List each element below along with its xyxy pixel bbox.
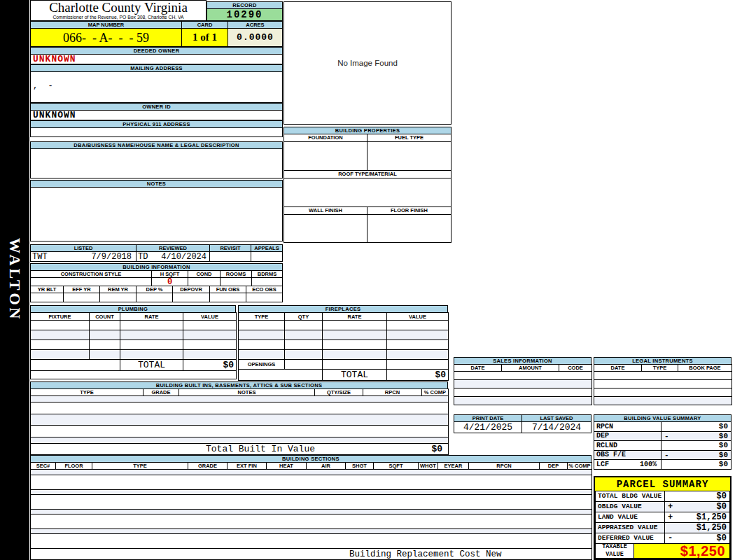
empty-cell (285, 340, 323, 350)
parcel-row: APPRAISED VALUE $1,250 (595, 523, 730, 533)
parcel-value-cell: $0 (665, 491, 730, 502)
bvs-value-cell: - $0 (662, 432, 732, 441)
listed-by: TWT (32, 253, 48, 261)
fireplaces-col-rate: RATE (323, 313, 387, 321)
bvs-row: RPCN $0 (594, 422, 732, 432)
reviewed-label: REVIEWED (136, 244, 210, 252)
empty-cell (285, 350, 323, 360)
foundation-value (284, 142, 368, 171)
fireplaces-col-qty: QTY (285, 313, 323, 321)
bvs-value-cell: $0 (662, 441, 732, 451)
sections-col-type: TYPE (92, 463, 188, 470)
parcel-value: $0 (717, 534, 727, 542)
parcel-operator: + (668, 503, 673, 511)
reviewed-cell: TD 4/10/2024 (136, 252, 210, 262)
empty-row (31, 529, 592, 534)
funobs-value (210, 293, 246, 302)
empty-cell (323, 350, 387, 360)
fireplaces-total-label: TOTAL (323, 370, 387, 381)
parcel-value: $1,250 (696, 524, 727, 532)
roof-label: ROOF TYPE/MATERIAL (284, 171, 451, 178)
print-date-value: 4/21/2025 (454, 422, 522, 433)
depovr-value (173, 293, 210, 302)
mailing-address-value: , - (30, 72, 283, 103)
empty-cell (120, 340, 183, 350)
last-saved-value: 7/14/2024 (522, 422, 592, 433)
owner-id-value: UNKNOWN (30, 111, 283, 120)
building-properties-title: BUILDING PROPERTIES (284, 127, 451, 134)
review-header-row: LISTED REVIEWED REVISIT APPEALS (30, 244, 283, 252)
roof-value (284, 178, 451, 207)
sales-information-section: SALES INFORMATION DATE AMOUNT CODE (454, 357, 592, 405)
acres-label: ACRES (228, 21, 283, 29)
no-image-text: No Image Found (337, 59, 398, 67)
building-information-title: BUILDING INFORMATION (30, 263, 283, 271)
empty-cell (120, 350, 183, 360)
bvs-lcf-pct: 100% (640, 461, 657, 468)
building-info-values2 (30, 293, 283, 302)
sections-col-rpcn: RPCN (469, 463, 540, 470)
construction-style-value (30, 278, 152, 286)
empty-cell (323, 330, 387, 340)
parcel-row: LAND VALUE + $1,250 (595, 512, 730, 523)
empty-row (454, 388, 592, 397)
remyr-value (100, 293, 136, 302)
built-ins-col-comp: % COMP (422, 389, 449, 396)
legal-instruments-section: LEGAL INSTRUMENTS DATE TYPE BOOK PAGE (594, 357, 732, 405)
walton-watermark: WALTON (6, 238, 24, 321)
revisit-cell (210, 252, 251, 262)
rooms-label: ROOMS (220, 271, 252, 278)
fireplaces-col-value: VALUE (387, 313, 449, 321)
empty-cell (323, 321, 387, 330)
hsqft-value: 0 (152, 278, 188, 286)
parcel-label: DEFERRED VALUE (595, 533, 665, 544)
revisit-label: REVISIT (210, 244, 251, 252)
sections-col-shgt: SHGT (346, 463, 374, 470)
empty-cell (387, 340, 449, 350)
replacement-cost-label: Building Replacement Cost New (349, 550, 502, 559)
funobs-label: FUN OBS (210, 286, 246, 293)
empty-cell (90, 321, 120, 330)
listed-cell: TWT 7/9/2018 (30, 252, 136, 262)
parcel-label: TOTAL BLDG VALUE (595, 491, 665, 502)
rooms-value (220, 278, 252, 286)
empty-cell (183, 321, 237, 330)
empty-cell (239, 370, 323, 381)
appeals-label: APPEALS (251, 244, 283, 252)
construction-style-label: CONSTRUCTION STYLE (30, 271, 152, 278)
building-value-summary-section: BUILDING VALUE SUMMARY RPCN $0 DEP - $0 … (594, 414, 732, 470)
parcel-label: APPRAISED VALUE (595, 523, 665, 533)
bvs-row: DEP - $0 (594, 432, 732, 441)
record-label: RECORD (206, 1, 283, 9)
parcel-value-cell: + $0 (665, 502, 730, 512)
empty-cell (323, 340, 387, 350)
bvs-label: RPCN (594, 422, 662, 432)
sections-col-air: AIR (307, 463, 346, 470)
fuel-type-label: FUEL TYPE (368, 134, 451, 142)
sections-col-dep: DEP (540, 463, 568, 470)
bvs-value-cell: $0 (662, 422, 732, 432)
roof-header: ROOF TYPE/MATERIAL (284, 171, 451, 178)
parcel-label: OBLDG VALUE (595, 502, 665, 512)
map-value-row: 066- - A- - - 59 1 of 1 0.0000 (30, 29, 283, 47)
bvs-label: LCF (596, 461, 609, 468)
record-value: 10290 (206, 9, 283, 21)
fireplaces-section: FIREPLACES TYPE QTY RATE VALUE OPENINGS … (238, 305, 448, 381)
empty-row (454, 397, 592, 405)
sections-footer-row: Building Replacement Cost New (31, 549, 592, 560)
built-ins-col-type: TYPE (31, 389, 144, 396)
plumbing-total-value: $0 (183, 360, 237, 371)
bvs-label: RCLND (594, 441, 662, 451)
parcel-row: DEFERRED VALUE - $0 (595, 533, 730, 544)
empty-cell (90, 330, 120, 340)
print-info-header: PRINT DATE LAST SAVED (454, 414, 592, 422)
empty-cell (387, 330, 449, 340)
empty-cell (31, 350, 90, 360)
parcel-operator: + (668, 513, 673, 522)
building-value-summary-title: BUILDING VALUE SUMMARY (594, 414, 732, 422)
sales-col-date: DATE (454, 365, 502, 372)
county-title: Charlotte County Virginia (31, 1, 206, 15)
building-info-header2: YR BLT EFF YR REM YR DEP % DEPOVR FUN OB… (30, 286, 283, 293)
bvs-value: $0 (719, 433, 728, 440)
empty-cell (285, 360, 323, 370)
